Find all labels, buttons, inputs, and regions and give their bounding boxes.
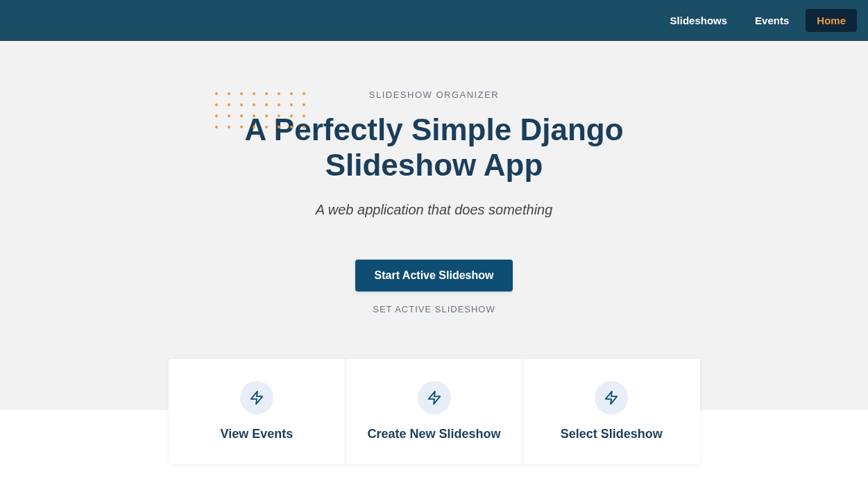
start-slideshow-button[interactable]: Start Active Slideshow <box>355 260 513 292</box>
nav-link-events[interactable]: Events <box>744 9 800 32</box>
svg-marker-1 <box>428 391 440 404</box>
navbar: Slideshows Events Home <box>0 0 868 41</box>
card-title: Create New Slideshow <box>359 427 509 441</box>
feature-cards: View Events Create New Slideshow Select … <box>169 359 700 464</box>
nav-link-home[interactable]: Home <box>806 9 857 32</box>
bolt-icon <box>418 381 451 414</box>
hero-actions: Start Active Slideshow SET ACTIVE SLIDES… <box>0 260 868 314</box>
decorative-dots <box>215 92 305 128</box>
headline: A Perfectly Simple Django Slideshow App <box>0 112 868 183</box>
bolt-icon <box>240 381 273 414</box>
card-create-slideshow[interactable]: Create New Slideshow <box>346 359 523 464</box>
card-title: Select Slideshow <box>537 427 686 441</box>
svg-marker-2 <box>606 391 618 404</box>
tagline: A web application that does something <box>0 202 868 218</box>
nav-link-slideshows[interactable]: Slideshows <box>659 9 739 32</box>
card-title: View Events <box>182 427 332 441</box>
card-view-events[interactable]: View Events <box>169 359 346 464</box>
svg-marker-0 <box>251 391 263 404</box>
headline-line-2: Slideshow App <box>325 148 543 182</box>
hero-section: SLIDESHOW ORGANIZER A Perfectly Simple D… <box>0 41 868 314</box>
card-select-slideshow[interactable]: Select Slideshow <box>523 359 700 464</box>
set-active-slideshow-link[interactable]: SET ACTIVE SLIDESHOW <box>373 304 495 314</box>
bolt-icon <box>595 381 628 414</box>
eyebrow-text: SLIDESHOW ORGANIZER <box>0 90 868 100</box>
